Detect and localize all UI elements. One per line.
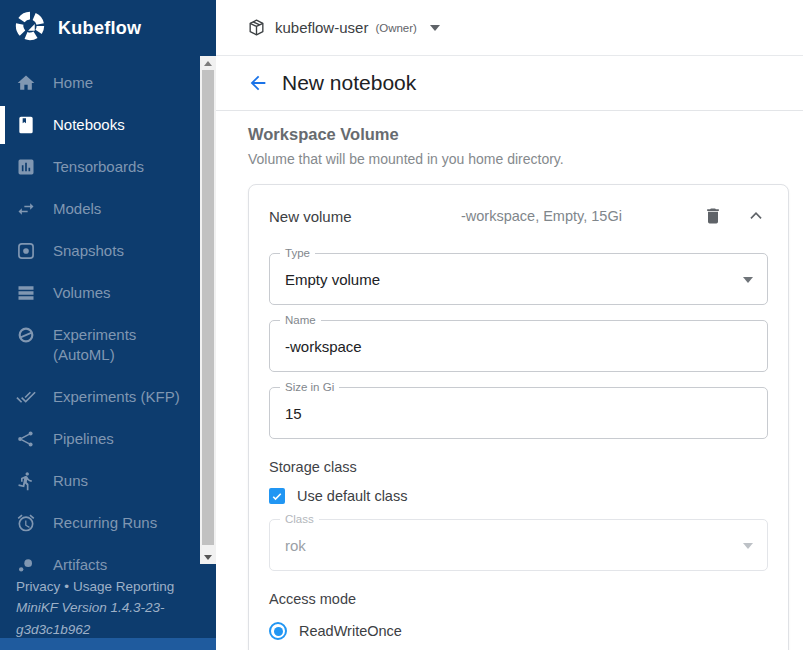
type-label: Type (280, 247, 315, 260)
page-title: New notebook (282, 71, 416, 95)
sidebar-footer: Privacy•Usage Reporting MiniKF Version 1… (16, 576, 206, 641)
radio-button (269, 622, 287, 640)
volume-form: Type Empty volume Name -workspace Size i… (269, 253, 768, 650)
kubeflow-logo-icon (13, 9, 47, 47)
back-button[interactable] (247, 72, 269, 94)
type-select[interactable]: Type Empty volume (269, 253, 768, 305)
brand-name: Kubeflow (58, 18, 141, 39)
storage-class-label: Storage class (269, 459, 768, 475)
sidebar-item-label: Snapshots (53, 241, 124, 261)
recurring-runs-icon (16, 513, 36, 533)
chevron-up-icon (745, 205, 767, 227)
sidebar-item-label: Recurring Runs (53, 513, 157, 533)
pipelines-icon (16, 429, 36, 449)
usage-reporting-link[interactable]: Usage Reporting (73, 579, 174, 594)
volume-card-summary: -workspace, Empty, 15Gi (461, 208, 701, 224)
sidebar-item-label: Artifacts (53, 555, 107, 575)
class-select: Class rok (269, 519, 768, 571)
sidebar-item-label: Home (53, 73, 93, 93)
notebook-icon (16, 115, 36, 135)
sidebar-item-pipelines[interactable]: Pipelines (0, 418, 200, 460)
class-value: rok (285, 537, 306, 554)
type-value: Empty volume (285, 271, 380, 288)
class-label: Class (280, 513, 319, 526)
radio-readwriteonce[interactable]: ReadWriteOnce (269, 617, 768, 645)
radio-label: ReadWriteOnce (299, 623, 402, 639)
access-mode-label: Access mode (269, 591, 768, 607)
radio-readonlymany[interactable]: ReadOnlyMany (269, 645, 768, 650)
volume-card-title: New volume (269, 208, 461, 225)
access-mode-radio-group: ReadWriteOnce ReadOnlyMany ReadWriteMany (269, 617, 768, 650)
scrollbar-thumb[interactable] (202, 70, 214, 545)
sidebar-item-label: Experiments (AutoML) (53, 325, 190, 365)
sidebar-item-label: Runs (53, 471, 88, 491)
sidebar-item-label: Pipelines (53, 429, 114, 449)
section-subtitle: Volume that will be mounted in you home … (248, 151, 771, 167)
name-label: Name (280, 314, 321, 327)
sidebar-item-label: Volumes (53, 283, 111, 303)
namespace-package-icon (247, 18, 266, 37)
new-volume-card: New volume -workspace, Empty, 15Gi Type … (248, 184, 789, 650)
kubeflow-brand[interactable]: Kubeflow (0, 0, 216, 56)
volumes-icon (16, 283, 36, 303)
collapse-volume-button[interactable] (744, 204, 768, 228)
use-default-class-checkbox[interactable] (269, 488, 285, 504)
home-icon (16, 73, 36, 93)
name-value: -workspace (285, 338, 362, 355)
experiments-kfp-icon (16, 387, 36, 407)
namespace-role: (Owner) (375, 22, 417, 34)
use-default-class-label: Use default class (297, 488, 407, 504)
trash-icon (703, 206, 723, 226)
version-line-1: MiniKF Version 1.4.3-23- (16, 597, 206, 619)
sidebar-bottom-strip (0, 638, 216, 650)
sidebar-item-tensorboards[interactable]: Tensorboards (0, 146, 200, 188)
sidebar-item-runs[interactable]: Runs (0, 460, 200, 502)
size-label: Size in Gi (280, 381, 339, 394)
workspace-volume-section: Workspace Volume Volume that will be mou… (216, 111, 803, 167)
runs-icon (16, 471, 36, 491)
type-caret-down-icon (743, 277, 753, 283)
tensorboard-icon (16, 157, 36, 177)
experiments-automl-icon (16, 325, 36, 345)
sidebar-item-label: Experiments (KFP) (53, 387, 180, 407)
sidebar-item-label: Tensorboards (53, 157, 144, 177)
sidebar-item-experiments-automl[interactable]: Experiments (AutoML) (0, 314, 200, 376)
size-input[interactable]: Size in Gi 15 (269, 387, 768, 439)
namespace-selector[interactable]: kubeflow-user (Owner) (247, 18, 440, 37)
sidebar: Kubeflow Home Notebooks Tensorboards (0, 0, 216, 650)
class-caret-down-icon (743, 543, 753, 549)
kubeflow-app: Kubeflow Home Notebooks Tensorboards (0, 0, 803, 650)
sidebar-item-models[interactable]: Models (0, 188, 200, 230)
sidebar-item-notebooks[interactable]: Notebooks (0, 104, 200, 146)
sidebar-item-label: Notebooks (53, 115, 125, 135)
namespace-name: kubeflow-user (275, 19, 368, 36)
sidebar-item-volumes[interactable]: Volumes (0, 272, 200, 314)
scrollbar-up-arrow-icon[interactable] (200, 56, 216, 70)
privacy-link[interactable]: Privacy (16, 579, 60, 594)
page-header: New notebook (216, 56, 803, 111)
sidebar-item-snapshots[interactable]: Snapshots (0, 230, 200, 272)
size-value: 15 (285, 405, 302, 422)
minikf-version: MiniKF Version 1.4.3-23- g3d3c1b962 (16, 597, 206, 641)
footer-separator: • (64, 579, 69, 594)
models-icon (16, 199, 36, 219)
sidebar-item-label: Models (53, 199, 101, 219)
scrollbar-down-arrow-icon[interactable] (200, 550, 216, 564)
sidebar-item-experiments-kfp[interactable]: Experiments (KFP) (0, 376, 200, 418)
volume-card-header: New volume -workspace, Empty, 15Gi (269, 204, 768, 228)
namespace-caret-down-icon (430, 25, 440, 31)
topbar: kubeflow-user (Owner) (216, 0, 803, 56)
section-title: Workspace Volume (248, 125, 771, 144)
sidebar-scrollbar[interactable] (200, 56, 216, 564)
sidebar-item-recurring-runs[interactable]: Recurring Runs (0, 502, 200, 544)
delete-volume-button[interactable] (701, 204, 725, 228)
use-default-class-checkbox-row[interactable]: Use default class (269, 488, 768, 504)
sidebar-item-home[interactable]: Home (0, 62, 200, 104)
snapshots-icon (16, 241, 36, 261)
name-input[interactable]: Name -workspace (269, 320, 768, 372)
artifacts-icon (16, 555, 36, 575)
check-icon (271, 490, 283, 503)
main-content: kubeflow-user (Owner) New notebook Works… (216, 0, 803, 650)
sidebar-nav: Home Notebooks Tensorboards Models (0, 62, 200, 586)
